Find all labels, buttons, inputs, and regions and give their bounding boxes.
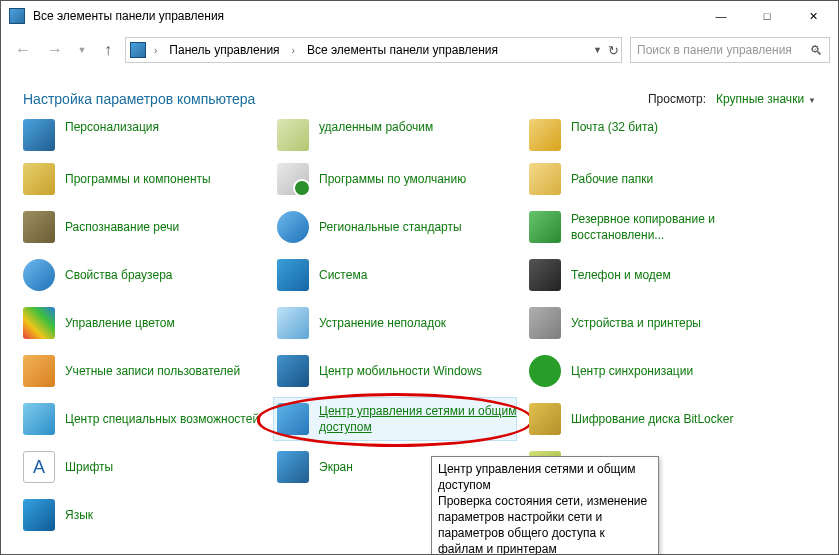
mobility-icon: [277, 355, 309, 387]
navigation-bar: ← → ▼ ↑ › Панель управления › Все элемен…: [1, 31, 838, 69]
language-icon: [23, 499, 55, 531]
history-dropdown[interactable]: ▼: [73, 36, 91, 64]
forward-button[interactable]: →: [41, 36, 69, 64]
item-fonts[interactable]: A Шрифты: [17, 443, 267, 491]
item-sync-center[interactable]: Центр синхронизации: [523, 347, 773, 395]
item-speech-recognition[interactable]: Распознавание речи: [17, 203, 267, 251]
item-backup-restore[interactable]: Резервное копирование и восстановлени...: [523, 203, 773, 251]
item-troubleshooting[interactable]: Устранение неполадок: [271, 299, 521, 347]
search-box[interactable]: 🔍︎: [630, 37, 830, 63]
item-mobility-center[interactable]: Центр мобильности Windows: [271, 347, 521, 395]
display-icon: [277, 451, 309, 483]
folder-icon: [529, 163, 561, 195]
items-grid: Персонализация Программы и компоненты Ра…: [1, 119, 838, 554]
item-devices-printers[interactable]: Устройства и принтеры: [523, 299, 773, 347]
up-button[interactable]: ↑: [95, 37, 121, 63]
item-region[interactable]: Региональные стандарты: [271, 203, 521, 251]
maximize-button[interactable]: □: [744, 1, 790, 31]
window-title: Все элементы панели управления: [33, 9, 698, 23]
item-bitlocker[interactable]: Шифрование диска BitLocker: [523, 395, 773, 443]
close-button[interactable]: ✕: [790, 1, 836, 31]
tooltip: Центр управления сетями и общим доступом…: [431, 456, 659, 555]
user-accounts-icon: [23, 355, 55, 387]
item-user-accounts[interactable]: Учетные записи пользователей: [17, 347, 267, 395]
item-work-folders[interactable]: Рабочие папки: [523, 155, 773, 203]
breadcrumb-control-panel[interactable]: Панель управления: [165, 43, 283, 57]
window-controls: — □ ✕: [698, 1, 836, 31]
globe-icon: [23, 259, 55, 291]
view-by-label: Просмотр:: [648, 92, 706, 106]
view-by-value: Крупные значки: [716, 92, 804, 106]
page-title: Настройка параметров компьютера: [23, 91, 648, 107]
mail-icon: [529, 119, 561, 151]
app-icon: [9, 8, 25, 24]
lock-icon: [529, 403, 561, 435]
title-bar: Все элементы панели управления — □ ✕: [1, 1, 838, 31]
personalization-icon: [23, 119, 55, 151]
address-history-chevron[interactable]: ▼: [593, 45, 602, 55]
breadcrumb-chevron: ›: [288, 45, 299, 56]
address-bar[interactable]: › Панель управления › Все элементы панел…: [125, 37, 622, 63]
minimize-button[interactable]: —: [698, 1, 744, 31]
view-by-dropdown[interactable]: Крупные значки▼: [716, 92, 816, 106]
troubleshooting-icon: [277, 307, 309, 339]
breadcrumb-all-items[interactable]: Все элементы панели управления: [303, 43, 502, 57]
item-ease-of-access[interactable]: Центр специальных возможностей: [17, 395, 267, 443]
sync-icon: [529, 355, 561, 387]
default-programs-icon: [277, 163, 309, 195]
printer-icon: [529, 307, 561, 339]
programs-icon: [23, 163, 55, 195]
item-network-sharing-center[interactable]: Центр управления сетями и общим доступом: [271, 395, 521, 443]
item-language[interactable]: Язык: [17, 491, 267, 539]
network-icon: [277, 403, 309, 435]
microphone-icon: [23, 211, 55, 243]
fonts-icon: A: [23, 451, 55, 483]
item-programs-features[interactable]: Программы и компоненты: [17, 155, 267, 203]
item-mail[interactable]: Почта (32 бита): [523, 119, 773, 155]
item-internet-options[interactable]: Свойства браузера: [17, 251, 267, 299]
refresh-button[interactable]: ↻: [608, 43, 619, 58]
back-button[interactable]: ←: [9, 36, 37, 64]
search-input[interactable]: [637, 43, 804, 57]
phone-icon: [529, 259, 561, 291]
ease-of-access-icon: [23, 403, 55, 435]
item-color-management[interactable]: Управление цветом: [17, 299, 267, 347]
item-personalization[interactable]: Персонализация: [17, 119, 267, 155]
color-icon: [23, 307, 55, 339]
content-header: Настройка параметров компьютера Просмотр…: [1, 69, 838, 117]
backup-icon: [529, 211, 561, 243]
system-icon: [277, 259, 309, 291]
region-icon: [277, 211, 309, 243]
tooltip-description: Проверка состояния сети, изменение парам…: [438, 493, 652, 555]
address-icon: [130, 42, 146, 58]
item-default-programs[interactable]: Программы по умолчанию: [271, 155, 521, 203]
remote-icon: [277, 119, 309, 151]
search-icon[interactable]: 🔍︎: [810, 43, 823, 58]
item-remote-desktop[interactable]: удаленным рабочим: [271, 119, 521, 155]
item-phone-modem[interactable]: Телефон и модем: [523, 251, 773, 299]
tooltip-title: Центр управления сетями и общим доступом: [438, 461, 652, 493]
item-system[interactable]: Система: [271, 251, 521, 299]
breadcrumb-chevron[interactable]: ›: [150, 45, 161, 56]
